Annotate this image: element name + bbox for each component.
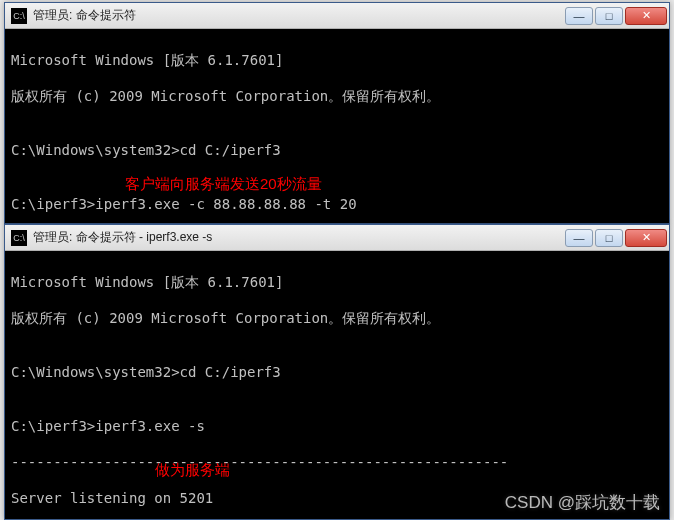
watermark: CSDN @踩坑数十载: [505, 491, 660, 514]
minimize-button[interactable]: —: [565, 229, 593, 247]
cmd-window-server: C:\ 管理员: 命令提示符 - iperf3.exe -s — □ ✕ Mic…: [4, 224, 670, 520]
console-divider: ----------------------------------------…: [11, 453, 663, 471]
close-button[interactable]: ✕: [625, 229, 667, 247]
maximize-button[interactable]: □: [595, 7, 623, 25]
console-line: C:\Windows\system32>cd C:/iperf3: [11, 363, 663, 381]
window-buttons: — □ ✕: [565, 229, 667, 247]
annotation-server: 做为服务端: [155, 461, 230, 480]
window-title-client: 管理员: 命令提示符: [33, 7, 565, 24]
console-server[interactable]: Microsoft Windows [版本 6.1.7601] 版权所有 (c)…: [5, 251, 669, 519]
annotation-client: 客户端向服务端发送20秒流量: [125, 175, 322, 194]
titlebar-server[interactable]: C:\ 管理员: 命令提示符 - iperf3.exe -s — □ ✕: [5, 225, 669, 251]
cmd-icon: C:\: [11, 230, 27, 246]
titlebar-client[interactable]: C:\ 管理员: 命令提示符 — □ ✕: [5, 3, 669, 29]
maximize-button[interactable]: □: [595, 229, 623, 247]
minimize-button[interactable]: —: [565, 7, 593, 25]
console-line: 版权所有 (c) 2009 Microsoft Corporation。保留所有…: [11, 309, 663, 327]
console-line: C:\Windows\system32>cd C:/iperf3: [11, 141, 663, 159]
console-line: 版权所有 (c) 2009 Microsoft Corporation。保留所有…: [11, 87, 663, 105]
console-line: C:\iperf3>iperf3.exe -s: [11, 417, 663, 435]
close-button[interactable]: ✕: [625, 7, 667, 25]
console-line: Microsoft Windows [版本 6.1.7601]: [11, 273, 663, 291]
cmd-icon: C:\: [11, 8, 27, 24]
cmd-window-client: C:\ 管理员: 命令提示符 — □ ✕ Microsoft Windows […: [4, 2, 670, 224]
window-buttons: — □ ✕: [565, 7, 667, 25]
console-line: C:\iperf3>iperf3.exe -c 88.88.88.88 -t 2…: [11, 195, 663, 213]
console-line: Microsoft Windows [版本 6.1.7601]: [11, 51, 663, 69]
window-title-server: 管理员: 命令提示符 - iperf3.exe -s: [33, 229, 565, 246]
console-client[interactable]: Microsoft Windows [版本 6.1.7601] 版权所有 (c)…: [5, 29, 669, 223]
